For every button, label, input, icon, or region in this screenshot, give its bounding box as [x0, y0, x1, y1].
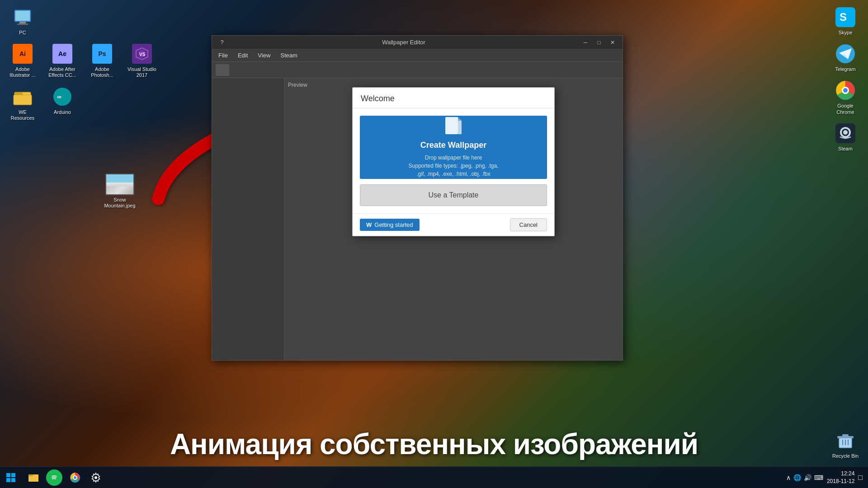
menu-view[interactable]: View	[253, 51, 275, 60]
we-resources-icon	[12, 86, 33, 108]
dialog-body: Create Wallpaper Drop wallpaper file her…	[353, 108, 554, 213]
desktop-icon-we-resources[interactable]: WE Resources	[5, 84, 41, 123]
menu-edit[interactable]: Edit	[233, 51, 252, 60]
window-toolbar	[212, 62, 623, 78]
svg-rect-1	[15, 11, 30, 21]
settings-icon	[90, 472, 101, 483]
menu-steam[interactable]: Steam	[276, 51, 302, 60]
dialog-title: Welcome	[361, 94, 395, 103]
window-sidebar	[212, 78, 284, 360]
skype-label: Skype	[839, 30, 853, 36]
app-window: ? Wallpaper Editor ─ □ ✕ File Edit View …	[212, 35, 623, 361]
taskbar-right: ∧ 🌐 🔊 ⌨ 12:24 2018-11-12 □	[786, 470, 868, 485]
aftereffects-label: Adobe After Effects CC...	[46, 66, 79, 78]
cancel-button[interactable]: Cancel	[510, 218, 547, 231]
bottom-subtitle-text: Анимация собственных изображений	[0, 427, 868, 461]
svg-rect-42	[28, 474, 33, 476]
desktop-icon-aftereffects[interactable]: Ae Adobe After Effects CC...	[44, 41, 80, 80]
chevron-up-icon[interactable]: ∧	[786, 474, 791, 481]
drop-text: Drop wallpaper file hereSupported file t…	[409, 154, 499, 178]
svg-rect-38	[11, 473, 15, 477]
maximize-button[interactable]: □	[593, 38, 605, 47]
window-titlebar: ? Wallpaper Editor ─ □ ✕	[212, 36, 623, 49]
desktop-icon-chrome[interactable]: Google Chrome	[827, 78, 863, 117]
chrome-label: Google Chrome	[829, 103, 862, 115]
arduino-icon: ∞	[52, 86, 73, 108]
desktop-icon-skype[interactable]: S Skype	[827, 5, 863, 38]
pc-icon	[12, 6, 33, 28]
file-icon-svg	[445, 117, 462, 137]
telegram-icon	[835, 43, 856, 65]
snow-mountain-thumbnail	[105, 174, 134, 195]
window-content: Preview Welcome	[212, 78, 623, 360]
steam-icon	[835, 122, 856, 144]
adobe-icons-row: Ai Adobe Illustrator ... Ae Adobe After …	[5, 41, 160, 80]
create-wallpaper-label: Create Wallpaper	[420, 141, 486, 150]
welcome-dialog: Welcome Creat	[352, 87, 555, 236]
dialog-overlay: Welcome Creat	[284, 78, 623, 360]
svg-point-10	[53, 88, 71, 106]
steam-label: Steam	[838, 146, 853, 152]
help-button[interactable]: ?	[216, 38, 228, 47]
svg-rect-43	[28, 476, 38, 482]
getting-started-label: Getting started	[374, 221, 413, 228]
illustrator-label: Adobe Illustrator ...	[6, 66, 39, 78]
visualstudio-icon: VS	[131, 43, 153, 65]
svg-rect-15	[458, 121, 462, 134]
svg-rect-9	[14, 95, 32, 105]
svg-point-44	[50, 474, 58, 482]
getting-started-button[interactable]: W Getting started	[360, 219, 420, 231]
desktop-icon-arduino[interactable]: ∞ Arduino	[44, 84, 80, 123]
menu-file[interactable]: File	[214, 51, 232, 60]
keyboard-icon[interactable]: ⌨	[814, 474, 823, 481]
taskbar-pinned-icons	[22, 468, 108, 488]
w-logo: W	[366, 221, 372, 228]
notification-icon[interactable]: □	[858, 474, 863, 482]
create-wallpaper-button[interactable]: Create Wallpaper Drop wallpaper file her…	[360, 116, 547, 179]
window-menubar: File Edit View Steam	[212, 49, 623, 62]
desktop-icon-steam[interactable]: Steam	[827, 121, 863, 154]
svg-rect-40	[11, 478, 15, 482]
aftereffects-icon: Ae	[52, 43, 73, 65]
clock-time: 12:24	[827, 470, 854, 478]
desktop-icon-vs[interactable]: VS Visual Studio 2017	[124, 41, 160, 80]
close-button[interactable]: ✕	[606, 38, 619, 47]
taskbar-spotify[interactable]	[44, 468, 64, 488]
desktop-icon-illustrator[interactable]: Ai Adobe Illustrator ...	[5, 41, 41, 80]
svg-rect-2	[19, 22, 26, 23]
taskbar-clock[interactable]: 12:24 2018-11-12	[827, 470, 854, 485]
svg-rect-3	[17, 23, 28, 25]
desktop-icon-pc[interactable]: PC	[5, 5, 41, 38]
desktop-icon-telegram[interactable]: Telegram	[827, 41, 863, 74]
svg-point-48	[94, 476, 97, 479]
svg-marker-16	[458, 117, 462, 121]
network-icon[interactable]: 🌐	[793, 474, 801, 481]
chrome-taskbar-icon	[70, 472, 80, 483]
svg-point-26	[843, 88, 848, 93]
file-explorer-icon	[28, 472, 39, 483]
use-template-button[interactable]: Use a Template	[360, 184, 547, 206]
svg-text:∞: ∞	[57, 93, 61, 100]
taskbar-settings[interactable]	[86, 468, 106, 488]
svg-point-47	[74, 476, 76, 479]
window-main: Preview Welcome	[284, 78, 623, 360]
volume-icon[interactable]: 🔊	[804, 474, 811, 481]
dialog-footer: W Getting started Cancel	[353, 213, 554, 236]
photoshop-label: Adobe Photosh...	[86, 66, 118, 78]
svg-rect-13	[445, 117, 458, 134]
we-resources-label: WE Resources	[6, 109, 39, 121]
taskbar-file-explorer[interactable]	[24, 468, 43, 488]
svg-rect-39	[6, 478, 10, 482]
dialog-header: Welcome	[353, 88, 554, 108]
chrome-icon	[835, 80, 856, 101]
taskbar-chrome[interactable]	[65, 468, 85, 488]
illustrator-icon: Ai	[12, 43, 33, 65]
svg-rect-37	[6, 473, 10, 477]
start-button[interactable]	[0, 467, 22, 488]
toolbar-icon-copy[interactable]	[216, 64, 229, 76]
desktop-icon-photoshop[interactable]: Ps Adobe Photosh...	[84, 41, 120, 80]
clock-date: 2018-11-12	[827, 478, 854, 485]
windows-logo-icon	[6, 473, 15, 482]
minimize-button[interactable]: ─	[579, 38, 592, 47]
skype-icon: S	[835, 6, 856, 28]
